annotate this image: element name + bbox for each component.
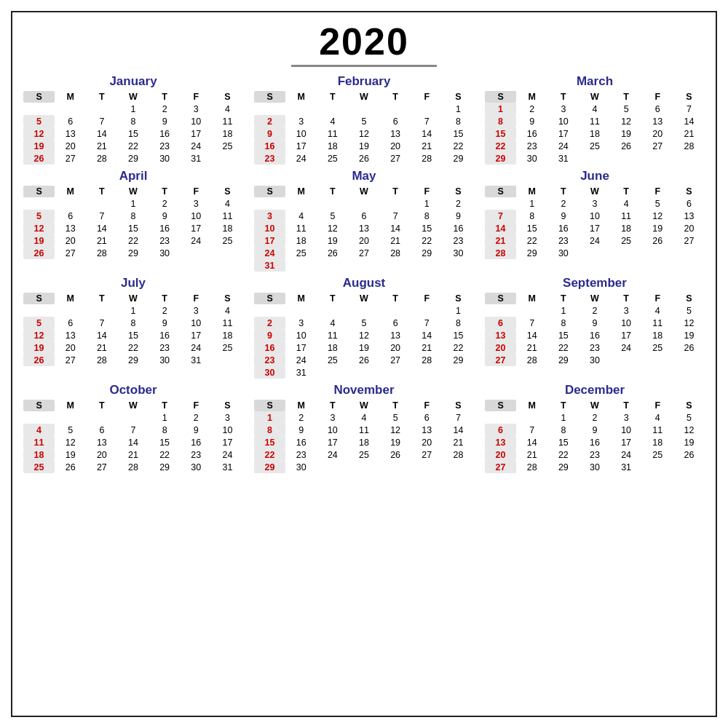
day-cell: 1 bbox=[117, 304, 149, 317]
day-header-T-4: T bbox=[149, 186, 181, 197]
month-table-october: SMTWTFS123456789101112131415161718192021… bbox=[23, 400, 243, 473]
day-cell: 13 bbox=[380, 329, 411, 341]
day-header-M-1: M bbox=[55, 400, 86, 411]
day-cell: 20 bbox=[485, 448, 516, 461]
day-cell bbox=[348, 366, 379, 379]
day-cell: 12 bbox=[673, 317, 705, 329]
day-cell: 23 bbox=[149, 140, 181, 152]
day-header-F-5: F bbox=[411, 400, 443, 411]
day-cell: 4 bbox=[611, 197, 642, 210]
day-cell: 3 bbox=[285, 115, 317, 127]
day-cell: 27 bbox=[485, 461, 516, 473]
day-cell: 20 bbox=[55, 140, 86, 152]
day-cell: 26 bbox=[380, 448, 411, 461]
day-header-T-2: T bbox=[547, 186, 579, 197]
day-header-F-5: F bbox=[411, 293, 443, 304]
day-cell: 9 bbox=[547, 210, 579, 222]
day-cell: 31 bbox=[254, 259, 285, 272]
day-cell: 18 bbox=[348, 436, 379, 448]
day-cell bbox=[579, 152, 610, 165]
day-header-F-5: F bbox=[642, 293, 673, 304]
day-cell: 27 bbox=[380, 354, 411, 366]
day-cell: 1 bbox=[485, 103, 516, 115]
day-cell: 15 bbox=[117, 127, 149, 140]
day-cell: 13 bbox=[485, 436, 516, 448]
day-cell: 22 bbox=[411, 234, 443, 247]
day-header-T-2: T bbox=[86, 400, 117, 411]
month-table-november: SMTWTFS123456789101112131415161718192021… bbox=[254, 400, 474, 473]
month-table-march: SMTWTFS123456789101112131415161718192021… bbox=[485, 91, 705, 165]
day-cell: 13 bbox=[55, 222, 86, 234]
day-cell: 26 bbox=[23, 354, 55, 366]
day-cell: 21 bbox=[516, 448, 547, 461]
day-header-T-4: T bbox=[149, 91, 181, 103]
day-cell: 9 bbox=[516, 115, 547, 127]
day-cell bbox=[485, 411, 516, 424]
day-cell bbox=[348, 103, 379, 115]
day-cell: 20 bbox=[55, 341, 86, 354]
day-cell: 27 bbox=[348, 247, 379, 259]
day-header-F-5: F bbox=[181, 91, 212, 103]
day-cell: 16 bbox=[181, 436, 212, 448]
day-cell: 11 bbox=[23, 436, 55, 448]
day-cell: 27 bbox=[642, 140, 673, 152]
day-cell: 10 bbox=[547, 115, 579, 127]
day-cell bbox=[254, 103, 285, 115]
day-cell: 9 bbox=[149, 317, 181, 329]
day-header-W-3: W bbox=[117, 186, 149, 197]
month-table-february: SMTWTFS123456789101112131415161718192021… bbox=[254, 91, 474, 165]
day-cell bbox=[380, 366, 411, 379]
day-cell: 13 bbox=[55, 329, 86, 341]
week-row: 12131415161718 bbox=[23, 329, 243, 341]
week-row: 12345 bbox=[485, 304, 705, 317]
day-header-W-3: W bbox=[117, 400, 149, 411]
day-cell: 19 bbox=[673, 436, 705, 448]
day-cell: 27 bbox=[411, 448, 443, 461]
day-cell: 25 bbox=[212, 341, 243, 354]
day-cell: 6 bbox=[485, 317, 516, 329]
day-cell: 7 bbox=[86, 317, 117, 329]
day-header-T-4: T bbox=[380, 293, 411, 304]
day-header-S-6: S bbox=[212, 400, 243, 411]
day-cell: 27 bbox=[86, 461, 117, 473]
day-cell: 8 bbox=[516, 210, 547, 222]
day-cell: 18 bbox=[642, 329, 673, 341]
day-cell: 18 bbox=[212, 222, 243, 234]
day-cell: 11 bbox=[642, 424, 673, 436]
day-cell: 12 bbox=[642, 210, 673, 222]
day-cell: 23 bbox=[547, 234, 579, 247]
day-cell: 1 bbox=[547, 304, 579, 317]
day-cell: 28 bbox=[86, 247, 117, 259]
month-block-february: FebruarySMTWTFS1234567891011121314151617… bbox=[254, 74, 474, 165]
day-cell: 23 bbox=[149, 234, 181, 247]
day-cell bbox=[443, 366, 474, 379]
day-cell bbox=[673, 354, 705, 366]
day-cell: 3 bbox=[254, 210, 285, 222]
day-cell: 3 bbox=[317, 411, 348, 424]
day-cell: 29 bbox=[117, 354, 149, 366]
day-header-T-4: T bbox=[380, 400, 411, 411]
day-cell: 29 bbox=[254, 461, 285, 473]
day-header-M-1: M bbox=[516, 400, 547, 411]
day-cell: 7 bbox=[485, 210, 516, 222]
day-cell: 31 bbox=[547, 152, 579, 165]
month-title-february: February bbox=[254, 74, 474, 89]
day-cell: 30 bbox=[149, 247, 181, 259]
day-header-T-4: T bbox=[380, 91, 411, 103]
month-block-january: JanuarySMTWTFS12345678910111213141516171… bbox=[23, 74, 243, 165]
day-cell: 20 bbox=[642, 127, 673, 140]
day-cell: 8 bbox=[149, 424, 181, 436]
day-cell: 22 bbox=[516, 234, 547, 247]
day-cell: 11 bbox=[579, 115, 610, 127]
day-cell: 31 bbox=[212, 461, 243, 473]
day-cell: 8 bbox=[485, 115, 516, 127]
day-cell bbox=[380, 259, 411, 272]
day-cell bbox=[285, 304, 317, 317]
day-header-F-5: F bbox=[411, 91, 443, 103]
day-cell: 11 bbox=[317, 127, 348, 140]
day-cell: 22 bbox=[547, 341, 579, 354]
day-header-T-4: T bbox=[611, 91, 642, 103]
day-cell: 24 bbox=[547, 140, 579, 152]
month-block-may: MaySMTWTFS123456789101112131415161718192… bbox=[254, 169, 474, 272]
day-cell: 22 bbox=[149, 448, 181, 461]
